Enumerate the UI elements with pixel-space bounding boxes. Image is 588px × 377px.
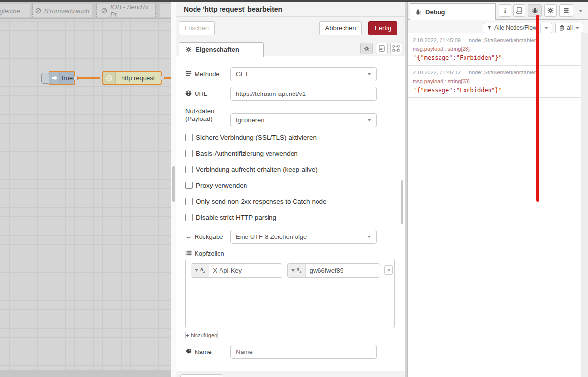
msg-payload-content[interactable]: "{"message":"Forbidden"}" (414, 54, 502, 61)
add-header-button[interactable]: + hinzufügen (185, 331, 218, 339)
node-enabled-button-partial[interactable] (180, 374, 223, 377)
checkbox-row-proxy[interactable]: Proxy verwenden (185, 182, 247, 189)
context-sidebar-button[interactable] (559, 4, 573, 17)
debug-clear-button[interactable]: all (555, 23, 583, 33)
debug-message[interactable]: 2.10.2022, 21:46:12 node: Straßenverkehr… (408, 66, 581, 98)
description-button[interactable] (376, 43, 388, 54)
delete-button[interactable]: Löschen (179, 21, 215, 35)
disabled-flow-icon (35, 8, 41, 14)
arrow-left-icon: ← (185, 233, 192, 241)
url-field[interactable] (230, 87, 377, 101)
debug-message[interactable]: 2.10.2022, 21:45:09 node: Straßenverkehr… (408, 33, 581, 66)
config-sidebar-button[interactable] (544, 4, 557, 17)
debug-sidebar-button[interactable] (528, 4, 542, 17)
checkbox-label: Disable strict HTTP parsing (196, 214, 276, 221)
flow-tab-stromverbrauch[interactable]: Stromverbrauch (32, 4, 92, 17)
checkbox[interactable] (185, 182, 193, 189)
checkbox-row-keepalive[interactable]: Verbindung aufrecht erhalten (keep-alive… (185, 166, 318, 173)
edit-dialog: Node 'http request' bearbeiten Löschen A… (176, 2, 405, 377)
flow-tab-label: vergleiche (0, 7, 20, 15)
name-label: Name (185, 348, 212, 356)
payload-select[interactable]: Ignorieren (230, 113, 377, 127)
done-button-label: Fertig (375, 24, 391, 32)
checkbox[interactable] (185, 150, 193, 157)
canvas-horizontal-scrollbar[interactable] (0, 370, 172, 377)
msg-node-name: node: Straßenverkehrzahlen (469, 37, 537, 43)
debug-message-list[interactable]: 2.10.2022, 21:45:09 node: Straßenverkehr… (408, 33, 581, 377)
flow-tab-vergleiche[interactable]: vergleiche (0, 4, 30, 17)
wire-inject-to-http[interactable] (77, 77, 102, 79)
tab-eigenschaften[interactable]: Eigenschaften (179, 42, 264, 57)
checkbox-label: Basis-Authentifizierung verwenden (196, 150, 298, 157)
msg-payload-path[interactable]: msg.payload : string[23] (413, 46, 470, 52)
checkbox-row-non2xx[interactable]: Only send non-2xx responses to Catch nod… (185, 198, 326, 205)
header-row: az X-Api-Key az gw66fwef89 × (186, 259, 394, 281)
flow-tab-partial[interactable] (160, 4, 172, 17)
headers-label: Kopfzeilen (185, 250, 224, 258)
info-icon: i (504, 7, 506, 15)
chevron-down-icon (544, 27, 548, 29)
az-string-icon: az (200, 267, 205, 274)
appearance-button[interactable] (390, 43, 402, 54)
clear-label-segment[interactable]: all (556, 23, 583, 33)
flow-tab-iob-sendto[interactable]: IOB - SendTo Pr (96, 4, 156, 17)
filter-icon (487, 25, 492, 31)
inject-node-label: true (60, 74, 74, 82)
checkbox-row-strict-parsing[interactable]: Disable strict HTTP parsing (185, 214, 276, 221)
checkbox-row-basic-auth[interactable]: Basis-Authentifizierung verwenden (185, 150, 298, 157)
checkbox[interactable] (185, 214, 193, 221)
node-red-editor: vergleiche Stromverbrauch IOB - SendTo P… (0, 0, 588, 377)
close-icon: × (387, 267, 390, 274)
inject-node[interactable]: true (49, 71, 75, 85)
tab-debug[interactable]: Debug (410, 3, 496, 20)
checkbox[interactable] (185, 134, 193, 141)
chevron-down-icon (368, 119, 371, 121)
delete-button-label: Löschen (185, 24, 209, 32)
http-node-label: http request (116, 74, 161, 82)
plus-icon: + (186, 332, 189, 338)
filter-dropdown-segment[interactable] (540, 23, 552, 33)
name-input[interactable] (231, 345, 386, 358)
return-select[interactable]: Eine UTF-8-Zeichenfolge (230, 230, 377, 244)
typed-input-type-button[interactable]: az (288, 264, 306, 277)
msg-payload-path[interactable]: msg.payload : string[23] (413, 78, 470, 84)
header-name-field[interactable]: az X-Api-Key (191, 263, 282, 278)
debug-scrollbar-track[interactable] (581, 33, 588, 377)
filter-label-segment[interactable]: Alle Nodes/Flow (483, 23, 540, 33)
dialog-scrollbar-thumb[interactable] (401, 180, 403, 224)
canvas-vertical-scrollbar[interactable] (172, 2, 176, 377)
info-sidebar-button[interactable]: i (499, 4, 511, 17)
chevron-down-icon (195, 269, 198, 272)
methode-select[interactable]: GET (230, 67, 377, 81)
flow-canvas[interactable]: vergleiche Stromverbrauch IOB - SendTo P… (0, 2, 172, 377)
filter-label: Alle Nodes/Flow (494, 24, 537, 31)
az-string-icon: az (297, 267, 302, 274)
done-button[interactable]: Fertig (368, 21, 397, 35)
checkbox[interactable] (185, 198, 193, 205)
debug-filter-button[interactable]: Alle Nodes/Flow (483, 23, 552, 33)
scrollbar-thumb[interactable] (172, 166, 175, 202)
checkbox[interactable] (185, 166, 193, 173)
help-sidebar-button[interactable] (513, 4, 525, 17)
book-icon (516, 7, 522, 14)
http-request-node[interactable]: http request (102, 71, 162, 85)
checkbox-label: Only send non-2xx responses to Catch nod… (196, 198, 326, 205)
checkbox-row-ssl[interactable]: Sichere Verbindung (SSL/TLS) aktivieren (185, 134, 317, 141)
remove-header-button[interactable]: × (384, 265, 393, 275)
typed-input-type-button[interactable]: az (191, 264, 209, 277)
cancel-button[interactable]: Abbrechen (319, 21, 362, 35)
name-field[interactable] (230, 345, 377, 359)
sidebar-menu-button[interactable] (576, 6, 585, 15)
inject-arrow-icon (49, 72, 60, 84)
red-annotation-line (536, 15, 539, 202)
dialog-tab-row: Eigenschaften (176, 39, 405, 56)
url-input[interactable] (231, 87, 386, 100)
properties-gear-button[interactable] (360, 43, 373, 54)
msg-payload-content[interactable]: "{"message":"Forbidden"}" (414, 87, 502, 94)
list-icon (185, 250, 192, 256)
chevron-down-icon (368, 73, 371, 75)
wire-http-out[interactable] (164, 77, 172, 79)
header-value-field[interactable]: az gw66fwef89 (287, 263, 380, 278)
bug-icon (532, 7, 538, 14)
document-icon (379, 45, 385, 52)
